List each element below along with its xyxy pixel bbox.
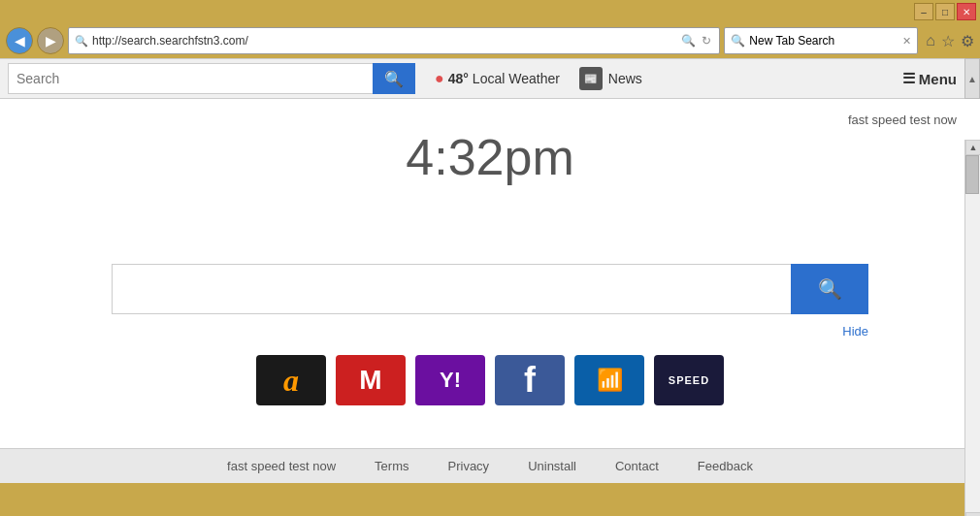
toolbar-search-input[interactable] [8, 63, 373, 94]
maximize-button[interactable]: □ [935, 3, 955, 20]
browser-toolbar: 🔍 ● 48° Local Weather 📰 News ☰ Menu [0, 58, 964, 99]
scrollbar: ▲ ▼ [964, 140, 980, 516]
footer-uninstall[interactable]: Uninstall [528, 459, 576, 473]
address-search-icon: 🔍 [75, 35, 88, 48]
footer-terms[interactable]: Terms [375, 459, 408, 473]
address-search-btn[interactable]: 🔍 [679, 32, 698, 49]
news-label: News [608, 71, 642, 86]
amazon-label: a [283, 363, 299, 399]
fast-speed-top-link[interactable]: fast speed test now [848, 113, 957, 127]
app-icons-row: a M Y! f 📶 SPEED [256, 355, 724, 405]
toolbar-search-button[interactable]: 🔍 [373, 63, 415, 94]
weather-widget[interactable]: ● 48° Local Weather [435, 70, 560, 87]
app-icon-wifi[interactable]: 📶 [574, 355, 644, 405]
weather-temperature: 48° [448, 71, 469, 86]
browser-chrome: ◀ ▶ 🔍 http://search.searchfstn3.com/ 🔍 ↻… [0, 23, 980, 54]
wifi-label: 📶 [597, 368, 623, 393]
address-actions: 🔍 ↻ [679, 32, 713, 49]
app-icon-speed[interactable]: SPEED [654, 355, 724, 405]
hide-link[interactable]: Hide [842, 324, 868, 339]
footer: fast speed test now Terms Privacy Uninst… [0, 448, 980, 483]
scroll-up-arrow[interactable]: ▲ [965, 140, 980, 155]
chrome-search-icon: 🔍 [731, 34, 745, 48]
main-search-area: 🔍 [112, 264, 868, 314]
footer-privacy[interactable]: Privacy [448, 459, 490, 473]
toolbar-icons: ⌂ ☆ ⚙ [926, 32, 974, 50]
app-icon-yahoo[interactable]: Y! [415, 355, 485, 405]
menu-icon: ☰ [902, 70, 915, 87]
forward-button[interactable]: ▶ [37, 27, 64, 54]
menu-button[interactable]: ☰ Menu [902, 70, 957, 87]
address-bar[interactable]: 🔍 http://search.searchfstn3.com/ 🔍 ↻ [68, 27, 720, 54]
content-area: fast speed test now 4:32pm 🔍 Hide a [0, 99, 980, 483]
content-wrapper: fast speed test now 4:32pm 🔍 Hide a [0, 99, 980, 483]
title-bar: – □ ✕ [0, 0, 980, 23]
footer-feedback[interactable]: Feedback [698, 459, 753, 473]
back-button[interactable]: ◀ [6, 27, 33, 54]
scroll-thumb[interactable] [965, 155, 979, 194]
gmail-label: M [359, 365, 381, 396]
scroll-down-arrow[interactable]: ▼ [965, 512, 980, 516]
close-button[interactable]: ✕ [957, 3, 976, 20]
toolbar-scroll-button[interactable]: ▲ [964, 58, 980, 99]
chrome-search-bar[interactable]: 🔍 ✕ [724, 27, 918, 54]
app-icon-facebook[interactable]: f [495, 355, 565, 405]
main-search-icon: 🔍 [818, 277, 842, 301]
weather-dot-icon: ● [435, 70, 444, 87]
main-content: fast speed test now 4:32pm 🔍 Hide a [0, 99, 980, 448]
home-icon[interactable]: ⌂ [926, 32, 935, 49]
toolbar-search: 🔍 [8, 63, 415, 94]
yahoo-label: Y! [440, 368, 461, 393]
address-text: http://search.searchfstn3.com/ [92, 34, 679, 48]
news-icon: 📰 [579, 67, 603, 90]
facebook-label: f [524, 360, 536, 401]
bookmark-icon[interactable]: ☆ [941, 32, 955, 50]
footer-fast-speed[interactable]: fast speed test now [227, 459, 336, 473]
news-button[interactable]: 📰 News [579, 67, 642, 90]
clock-display: 4:32pm [406, 128, 573, 186]
chrome-search-close[interactable]: ✕ [902, 35, 911, 48]
main-search-button[interactable]: 🔍 [791, 264, 868, 314]
menu-label: Menu [919, 71, 957, 87]
app-icon-gmail[interactable]: M [336, 355, 406, 405]
settings-icon[interactable]: ⚙ [961, 32, 974, 50]
browser-window: – □ ✕ ◀ ▶ 🔍 http://search.searchfstn3.co… [0, 0, 980, 483]
footer-contact[interactable]: Contact [615, 459, 659, 473]
toolbar-wrapper: 🔍 ● 48° Local Weather 📰 News ☰ Menu ▲ [0, 58, 980, 99]
chrome-search-input[interactable] [749, 34, 902, 48]
app-icon-amazon[interactable]: a [256, 355, 326, 405]
address-refresh-btn[interactable]: ↻ [700, 32, 713, 49]
weather-label: Local Weather [473, 71, 560, 86]
toolbar-search-icon: 🔍 [384, 70, 404, 88]
speed-label: SPEED [669, 374, 709, 386]
minimize-button[interactable]: – [914, 3, 933, 20]
nav-bar: ◀ ▶ 🔍 http://search.searchfstn3.com/ 🔍 ↻… [6, 27, 974, 54]
main-search-input[interactable] [112, 264, 791, 314]
scroll-track[interactable] [965, 155, 980, 512]
